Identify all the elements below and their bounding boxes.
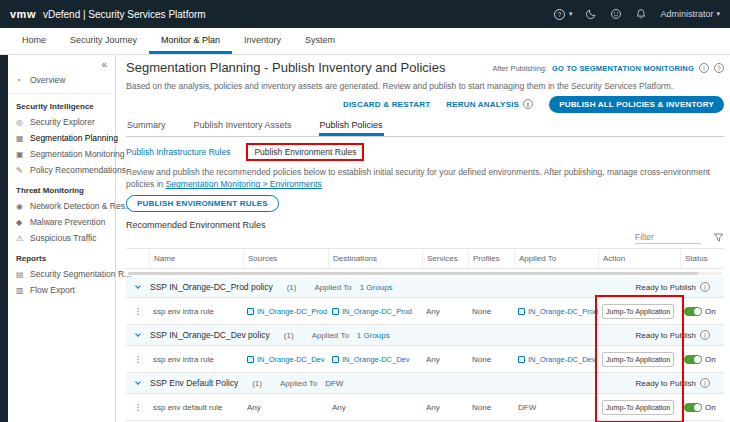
applied-to-label: Applied To bbox=[314, 283, 351, 292]
discard-restart-button[interactable]: DISCARD & RESTART bbox=[343, 100, 430, 109]
cell-sources: IN_Orange-DC_Prod bbox=[244, 307, 329, 316]
cell-profiles: None bbox=[469, 307, 515, 316]
row-kebab-menu-icon[interactable]: ⋮ bbox=[126, 306, 150, 316]
col-services[interactable]: Services bbox=[423, 249, 469, 268]
rerun-analysis-button[interactable]: RERUN ANALYSIS i bbox=[446, 99, 533, 109]
sidebar-item-label: Security Explorer bbox=[30, 117, 95, 127]
action-dropdown[interactable]: Jump-To Application bbox=[602, 304, 674, 319]
col-status[interactable]: Status bbox=[681, 249, 724, 268]
sidebar-item-suspicious-traffic[interactable]: ⚠ Suspicious Traffic bbox=[8, 230, 115, 246]
cell-applied-to: IN_Orange-DC_Prod bbox=[515, 307, 599, 316]
cell-applied-to: DFW bbox=[515, 403, 599, 412]
subtab-publish-environment-rules[interactable]: Publish Environment Rules bbox=[246, 143, 364, 161]
segmentation-monitoring-environments-link[interactable]: Segmentation Monitoring > Environments bbox=[166, 179, 322, 189]
notifications-bell-icon[interactable] bbox=[635, 8, 647, 20]
publish-all-policies-button[interactable]: PUBLISH ALL POLICIES & INVENTORY bbox=[549, 96, 724, 113]
group-icon bbox=[332, 356, 339, 363]
collapse-chevron-icon[interactable] bbox=[126, 334, 150, 336]
malware-prevention-icon: ◆ bbox=[16, 218, 26, 227]
policy-status-text: Ready to Publish bbox=[636, 283, 696, 292]
publish-environment-rules-button[interactable]: PUBLISH ENVIRONMENT RULES bbox=[126, 195, 279, 212]
sidebar-collapse-button[interactable]: « bbox=[8, 55, 115, 72]
applied-to-groups-link[interactable]: 1 Groups bbox=[360, 283, 393, 292]
cell-sources: Any bbox=[244, 403, 329, 412]
info-icon[interactable]: i bbox=[700, 282, 710, 292]
nav-tab-inventory[interactable]: Inventory bbox=[232, 28, 293, 54]
applied-to-groups-link[interactable]: 1 Groups bbox=[357, 331, 390, 340]
action-dropdown[interactable]: Jump-To Application bbox=[602, 400, 674, 415]
sidebar-item-policy-recommendations[interactable]: ✎ Policy Recommendations bbox=[8, 162, 115, 178]
cell-destinations: Any bbox=[329, 403, 423, 412]
filter-funnel-icon[interactable] bbox=[713, 229, 724, 247]
sidebar-item-overview[interactable]: ◔ Overview bbox=[8, 72, 115, 88]
cell-rule-name: ssp env default rule bbox=[150, 403, 244, 412]
main-content: Segmentation Planning - Publish Inventor… bbox=[116, 55, 730, 422]
segmentation-monitoring-icon: ▣ bbox=[16, 150, 26, 159]
cell-services: Any bbox=[423, 355, 469, 364]
sidebar-item-segmentation-planning[interactable]: ▦ Segmentation Planning bbox=[8, 130, 115, 146]
info-icon[interactable]: i bbox=[700, 378, 710, 388]
go-to-segmentation-monitoring-link[interactable]: GO TO SEGMENTATION MONITORING bbox=[552, 64, 694, 73]
cell-status: On bbox=[681, 403, 724, 412]
sidebar-item-label: Malware Prevention bbox=[30, 217, 105, 227]
user-menu[interactable]: Administrator ▾ bbox=[660, 9, 720, 19]
environment-rules-table: Name Sources Destinations Services Profi… bbox=[126, 248, 724, 421]
sidebar-item-security-segmentation-report[interactable]: ▤ Security Segmentation R... bbox=[8, 266, 115, 282]
scrollbar-thumb[interactable] bbox=[128, 272, 698, 275]
sidebar-item-malware-prevention[interactable]: ◆ Malware Prevention bbox=[8, 214, 115, 230]
sidebar-item-network-detection[interactable]: ◉ Network Detection & Res... bbox=[8, 198, 115, 214]
sidebar-item-security-explorer[interactable]: ◎ Security Explorer bbox=[8, 114, 115, 130]
sidebar-item-label: Segmentation Monitoring bbox=[30, 149, 125, 159]
sidebar-item-segmentation-monitoring[interactable]: ▣ Segmentation Monitoring bbox=[8, 146, 115, 162]
applied-to-value: DFW bbox=[325, 379, 343, 388]
policy-group-row[interactable]: SSP IN_Orange-DC_Dev policy (1) Applied … bbox=[126, 325, 724, 346]
col-profiles[interactable]: Profiles bbox=[469, 249, 515, 268]
tab-summary[interactable]: Summary bbox=[126, 118, 167, 136]
col-action[interactable]: Action bbox=[599, 249, 681, 268]
group-icon bbox=[247, 308, 254, 315]
filter-input[interactable] bbox=[635, 231, 701, 244]
sidebar-section-threat-monitoring: Threat Monitoring bbox=[8, 178, 115, 198]
help-icon[interactable]: ? bbox=[554, 9, 565, 20]
col-destinations[interactable]: Destinations bbox=[329, 249, 423, 268]
table-header-row: Name Sources Destinations Services Profi… bbox=[126, 249, 724, 269]
tab-publish-policies[interactable]: Publish Policies bbox=[319, 118, 384, 136]
collapse-chevron-icon[interactable] bbox=[126, 286, 150, 288]
overview-icon: ◔ bbox=[16, 76, 26, 85]
app-title: vDefend | Security Services Platform bbox=[43, 9, 206, 20]
rule-toggle[interactable] bbox=[684, 403, 702, 412]
rule-toggle[interactable] bbox=[684, 307, 702, 316]
row-kebab-menu-icon[interactable]: ⋮ bbox=[126, 354, 150, 364]
info-icon[interactable]: i bbox=[700, 330, 710, 340]
sidebar-item-flow-export[interactable]: ▥ Flow Export bbox=[8, 282, 115, 298]
cell-applied-to: IN_Orange-DC_Dev bbox=[515, 355, 599, 364]
vmware-logo: vmw bbox=[10, 8, 36, 20]
tab-publish-inventory-assets[interactable]: Publish Inventory Assets bbox=[193, 118, 293, 136]
theme-moon-icon[interactable] bbox=[585, 8, 597, 20]
rule-toggle[interactable] bbox=[684, 355, 702, 364]
help-icon[interactable]: ? bbox=[714, 63, 724, 73]
table-title: Recommended Environment Rules bbox=[126, 220, 724, 230]
left-edge-strip bbox=[0, 55, 8, 422]
policy-name: SSP IN_Orange-DC_Dev policy bbox=[150, 330, 270, 340]
nav-tab-monitor-and-plan[interactable]: Monitor & Plan bbox=[149, 28, 232, 54]
feedback-smiley-icon[interactable] bbox=[610, 8, 622, 20]
top-header: vmw vDefend | Security Services Platform… bbox=[0, 0, 730, 28]
collapse-chevron-icon[interactable] bbox=[126, 382, 150, 384]
col-name[interactable]: Name bbox=[150, 249, 244, 268]
action-dropdown[interactable]: Jump-To Application bbox=[602, 352, 674, 367]
applied-to-label: Applied To bbox=[280, 379, 317, 388]
nav-tab-security-journey[interactable]: Security Journey bbox=[58, 28, 149, 54]
cell-status: On bbox=[681, 307, 724, 316]
nav-tab-home[interactable]: Home bbox=[10, 28, 58, 54]
row-kebab-menu-icon[interactable]: ⋮ bbox=[126, 402, 150, 412]
policy-group-row[interactable]: SSP IN_Orange-DC_Prod policy (1) Applied… bbox=[126, 277, 724, 298]
horizontal-scrollbar[interactable] bbox=[126, 269, 724, 277]
nav-tab-system[interactable]: System bbox=[293, 28, 347, 54]
col-applied-to[interactable]: Applied To bbox=[515, 249, 599, 268]
flow-export-icon: ▥ bbox=[16, 286, 26, 295]
policy-group-row[interactable]: SSP Env Default Policy (1) Applied To DF… bbox=[126, 373, 724, 394]
info-icon[interactable]: i bbox=[699, 63, 709, 73]
subtab-publish-infrastructure-rules[interactable]: Publish Infrastructure Rules bbox=[126, 147, 230, 157]
col-sources[interactable]: Sources bbox=[244, 249, 329, 268]
